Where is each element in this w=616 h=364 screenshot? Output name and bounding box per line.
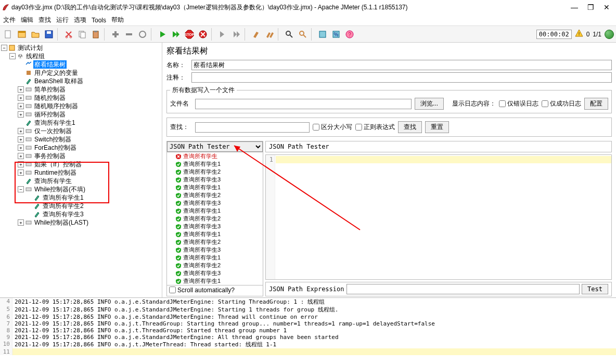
menu-tools[interactable]: Tools bbox=[92, 17, 106, 24]
result-item[interactable]: 查询所有学生3 bbox=[167, 269, 263, 277]
clear-all-icon[interactable] bbox=[263, 28, 276, 41]
result-item[interactable]: 查询所有学生1 bbox=[167, 230, 263, 238]
tree-item-16[interactable]: 查询所有学生1 bbox=[1, 193, 161, 202]
name-input[interactable] bbox=[191, 60, 612, 70]
tree-item-10[interactable]: +ForEach控制器 bbox=[1, 144, 161, 152]
tree-toggle[interactable]: + bbox=[18, 95, 24, 101]
tree-item-6[interactable]: +循环控制器 bbox=[1, 110, 161, 119]
result-item[interactable]: 查询所有学生3 bbox=[167, 176, 263, 184]
search-button[interactable]: 查找 bbox=[398, 121, 422, 133]
reset-search-icon[interactable] bbox=[297, 28, 309, 41]
menu-run[interactable]: 运行 bbox=[56, 16, 69, 24]
browse-button[interactable]: 浏览... bbox=[415, 98, 444, 110]
result-item[interactable]: 查询所有学生2 bbox=[167, 238, 263, 246]
collapse-icon[interactable] bbox=[123, 28, 135, 41]
response-renderer-select[interactable]: JSON Path Tester bbox=[167, 141, 263, 152]
tree-item-2[interactable]: BeanShell 取样器 bbox=[1, 77, 161, 85]
tree-item-0[interactable]: 察看结果树 bbox=[1, 60, 161, 69]
menu-file[interactable]: 文件 bbox=[3, 16, 16, 24]
tree-item-9[interactable]: +Switch控制器 bbox=[1, 135, 161, 144]
start-icon[interactable] bbox=[156, 28, 169, 41]
tree-item-13[interactable]: +Runtime控制器 bbox=[1, 168, 161, 177]
scroll-auto-checkbox[interactable]: Scroll automatically? bbox=[169, 287, 235, 294]
result-item[interactable]: 查询所有学生 bbox=[167, 152, 263, 160]
shutdown-icon[interactable] bbox=[197, 28, 209, 41]
start-no-timers-icon[interactable] bbox=[170, 28, 182, 41]
only-error-checkbox[interactable]: 仅错误日志 bbox=[499, 99, 538, 108]
result-item[interactable]: 查询所有学生1 bbox=[167, 160, 263, 168]
tree-toggle[interactable]: + bbox=[18, 128, 24, 134]
help2-icon[interactable]: ? bbox=[343, 28, 356, 41]
tree-toggle[interactable]: − bbox=[1, 45, 7, 51]
test-button[interactable]: Test bbox=[582, 284, 608, 294]
close-button[interactable]: ✕ bbox=[604, 3, 610, 11]
only-success-checkbox[interactable]: 仅成功日志 bbox=[542, 99, 581, 108]
save-icon[interactable] bbox=[43, 28, 55, 41]
config-button[interactable]: 配置 bbox=[584, 98, 608, 110]
paste-icon[interactable] bbox=[89, 28, 102, 41]
tree-toggle[interactable]: − bbox=[9, 53, 16, 59]
new-icon[interactable] bbox=[2, 28, 15, 41]
tree-toggle[interactable]: + bbox=[18, 136, 24, 142]
comment-input[interactable] bbox=[191, 72, 612, 83]
tree-toggle[interactable]: + bbox=[18, 145, 24, 151]
result-item[interactable]: 查询所有学生2 bbox=[167, 215, 263, 223]
minimize-button[interactable]: — bbox=[571, 3, 578, 11]
toggle-icon[interactable] bbox=[136, 28, 149, 41]
result-item[interactable]: 查询所有学生3 bbox=[167, 223, 263, 230]
tree-item-8[interactable]: +仅一次控制器 bbox=[1, 127, 161, 135]
reset-button[interactable]: 重置 bbox=[425, 121, 449, 133]
tree-item-1[interactable]: 用户定义的变量 bbox=[1, 69, 161, 77]
result-item[interactable]: 查询所有学生2 bbox=[167, 168, 263, 176]
tree-toggle[interactable]: + bbox=[18, 103, 24, 109]
tree-test-plan[interactable]: −测试计划 bbox=[1, 44, 161, 52]
tree-toggle[interactable]: + bbox=[18, 219, 24, 226]
tree-item-14[interactable]: 查询所有学生 bbox=[1, 177, 161, 185]
warning-icon[interactable]: ! bbox=[575, 29, 583, 39]
tree-thread-group[interactable]: −线程组 bbox=[1, 52, 161, 60]
remote-stop-icon[interactable] bbox=[230, 28, 242, 41]
result-item[interactable]: 查询所有学生3 bbox=[167, 246, 263, 254]
tree-toggle[interactable]: + bbox=[18, 161, 24, 167]
copy-icon[interactable] bbox=[76, 28, 88, 41]
open-icon[interactable] bbox=[29, 28, 42, 41]
clear-icon[interactable] bbox=[250, 28, 262, 41]
case-sensitive-checkbox[interactable]: 区分大小写 bbox=[313, 123, 352, 132]
expand-icon[interactable] bbox=[109, 28, 122, 41]
tree-toggle[interactable]: + bbox=[18, 170, 24, 176]
result-item[interactable]: 查询所有学生2 bbox=[167, 262, 263, 269]
tree-item-19[interactable]: +While控制器(LAST) bbox=[1, 218, 161, 227]
tree-toggle[interactable]: + bbox=[18, 111, 24, 118]
result-item[interactable]: 查询所有学生1 bbox=[167, 277, 263, 285]
maximize-button[interactable]: ❐ bbox=[587, 3, 594, 11]
json-expr-input[interactable] bbox=[346, 284, 580, 294]
tree-toggle[interactable]: + bbox=[18, 153, 24, 159]
menu-search[interactable]: 查找 bbox=[38, 16, 51, 24]
result-item[interactable]: 查询所有学生1 bbox=[167, 184, 263, 191]
tree-toggle[interactable]: + bbox=[18, 86, 24, 93]
tree-item-11[interactable]: +事务控制器 bbox=[1, 152, 161, 160]
search-input[interactable] bbox=[195, 122, 310, 133]
templates-icon[interactable] bbox=[16, 28, 28, 41]
tree-item-7[interactable]: 查询所有学生1 bbox=[1, 119, 161, 127]
tree-item-12[interactable]: +如果（If）控制器 bbox=[1, 160, 161, 168]
menu-options[interactable]: 选项 bbox=[74, 16, 86, 24]
cut-icon[interactable] bbox=[62, 28, 75, 41]
tree-toggle[interactable]: − bbox=[18, 186, 24, 192]
filename-input[interactable] bbox=[195, 99, 412, 109]
log-panel[interactable]: 42021-12-09 15:17:28,865 INFO o.a.j.e.St… bbox=[0, 297, 616, 361]
tree-item-15[interactable]: −While控制器(不填) bbox=[1, 185, 161, 193]
tree-item-17[interactable]: 查询所有学生2 bbox=[1, 202, 161, 210]
result-item[interactable]: 查询所有学生1 bbox=[167, 207, 263, 215]
tree-panel[interactable]: −测试计划−线程组察看结果树用户定义的变量BeanShell 取样器+简单控制器… bbox=[0, 43, 162, 297]
tree-item-3[interactable]: +简单控制器 bbox=[1, 85, 161, 94]
tree-item-18[interactable]: 查询所有学生3 bbox=[1, 210, 161, 218]
search-icon[interactable] bbox=[283, 28, 296, 41]
result-item[interactable]: 查询所有学生2 bbox=[167, 191, 263, 199]
result-item[interactable]: 查询所有学生3 bbox=[167, 199, 263, 207]
menu-help[interactable]: 帮助 bbox=[111, 16, 124, 24]
results-list[interactable]: 查询所有学生查询所有学生1查询所有学生2查询所有学生3查询所有学生1查询所有学生… bbox=[167, 152, 263, 285]
json-output-area[interactable]: 1 bbox=[265, 154, 612, 280]
tree-item-5[interactable]: +随机顺序控制器 bbox=[1, 102, 161, 110]
menu-edit[interactable]: 编辑 bbox=[21, 16, 33, 24]
